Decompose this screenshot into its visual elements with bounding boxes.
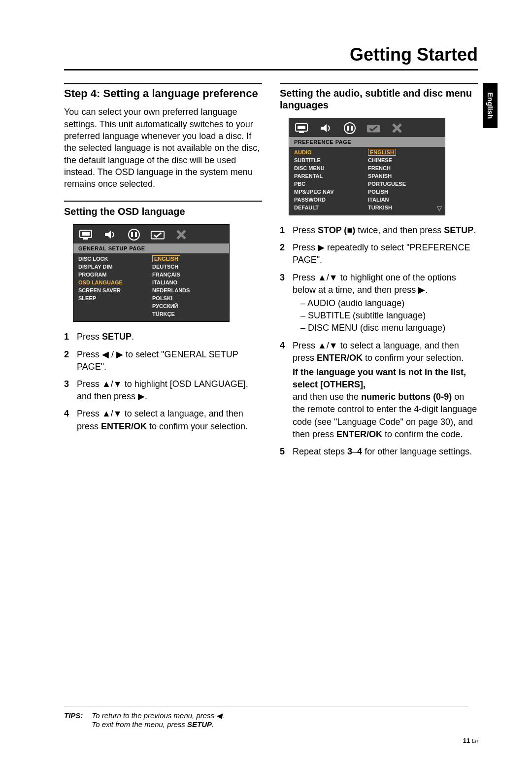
dolby-icon <box>127 229 141 241</box>
svg-point-8 <box>344 123 355 134</box>
tips-label: TIPS: <box>64 711 83 728</box>
menu-option: MP3/JPEG NAV <box>294 188 368 195</box>
menu-left-list: AUDIOSUBTITLEDISC MENUPARENTALPBCMP3/JPE… <box>294 149 368 211</box>
step-item: Press SETUP. <box>64 331 262 343</box>
preference-icon <box>366 122 381 134</box>
menu-option: OSD LANGUAGE <box>78 279 152 286</box>
menu-title: GENERAL SETUP PAGE <box>73 243 229 253</box>
osd-steps: Press SETUP. Press ◀ / ▶ to select "GENE… <box>64 331 262 432</box>
language-side-tab-label: English <box>486 92 495 119</box>
step-item: Press ▲/▼ to select a language, and then… <box>280 340 478 441</box>
step-item: Press STOP (■) twice, and then press SET… <box>280 224 478 237</box>
menu-option: ITALIAN <box>368 196 440 203</box>
menu-option: TÜRKÇE <box>152 311 224 317</box>
menu-option: PBC <box>294 180 368 187</box>
menu-option: DISPLAY DIM <box>78 263 152 270</box>
tips-body: To return to the previous menu, press ◀.… <box>92 711 224 728</box>
left-arrow-icon: ◀ <box>216 711 222 720</box>
preference-icon <box>150 229 165 241</box>
menu-option: PORTUGUESE <box>368 180 440 187</box>
menu-option: ENGLISH <box>152 255 180 262</box>
header-rule <box>64 69 478 70</box>
menu-option: SLEEP <box>78 295 152 302</box>
section-rule <box>64 201 262 202</box>
intro-paragraph: You can select your own preferred langua… <box>64 106 262 190</box>
speaker-icon <box>103 229 118 241</box>
close-icon <box>174 229 189 241</box>
up-down-arrow-icon: ▲/▼ <box>102 409 122 418</box>
stop-icon: ■ <box>347 225 352 235</box>
language-side-tab: English <box>483 83 498 128</box>
tips-footer: TIPS: To return to the previous menu, pr… <box>64 706 468 728</box>
step-item: Repeat steps 3–4 for other language sett… <box>280 446 478 458</box>
menu-option: PROGRAM <box>78 271 152 278</box>
page-header: Getting Started <box>64 44 478 69</box>
step-item: Press ▶ repeatedly to select "PREFERENCE… <box>280 242 478 266</box>
right-column: Setting the audio, subtitle and disc men… <box>280 83 478 463</box>
audio-steps: Press STOP (■) twice, and then press SET… <box>280 224 478 458</box>
menu-option: POLISH <box>368 188 440 195</box>
step4-heading: Step 4: Setting a language preference <box>64 87 262 100</box>
option-list-item: AUDIO (audio language) <box>300 297 478 310</box>
svg-rect-2 <box>83 238 88 240</box>
preference-menu-screenshot: PREFERENCE PAGE AUDIOSUBTITLEDISC MENUPA… <box>289 118 445 215</box>
osd-menu-screenshot: GENERAL SETUP PAGE DISC LOCKDISPLAY DIMP… <box>73 224 230 322</box>
menu-option: ENGLISH <box>368 149 396 156</box>
menu-option: DEFAULT <box>294 204 368 211</box>
menu-option: РУССКИЙ <box>152 303 224 310</box>
up-down-arrow-icon: ▲/▼ <box>102 379 122 389</box>
audio-subtitle-heading: Setting the audio, subtitle and disc men… <box>280 87 478 111</box>
menu-icon-row <box>289 118 445 137</box>
svg-rect-1 <box>82 232 90 236</box>
menu-option: PASSWORD <box>294 196 368 203</box>
svg-rect-6 <box>298 126 305 129</box>
others-note: If the language you want is not in the l… <box>293 366 478 441</box>
menu-option: FRANÇAIS <box>152 271 224 278</box>
menu-option: SUBTITLE <box>294 157 368 164</box>
up-down-arrow-icon: ▲/▼ <box>318 341 338 350</box>
menu-option: DEUTSCH <box>152 263 224 270</box>
menu-option: SCREEN SAVER <box>78 287 152 294</box>
menu-icon-row <box>73 225 229 243</box>
step-item: Press ◀ / ▶ to select "GENERAL SETUP PAG… <box>64 348 262 373</box>
menu-option: PARENTAL <box>294 173 368 179</box>
up-down-arrow-icon: ▲/▼ <box>318 273 338 282</box>
menu-option: TURKISH <box>368 204 440 211</box>
right-arrow-icon: ▶ <box>418 285 425 295</box>
step-item: Press ▲/▼ to highlight [OSD LANGUAGE], a… <box>64 378 262 403</box>
close-icon <box>390 122 404 134</box>
scroll-down-arrow-icon: ▽ <box>437 205 442 212</box>
menu-option: ITALIANO <box>152 279 224 286</box>
svg-rect-7 <box>299 132 304 133</box>
menu-right-list: ENGLISHCHINESEFRENCHSPANISHPORTUGUESEPOL… <box>368 149 440 211</box>
right-arrow-icon: ▶ <box>138 391 145 401</box>
monitor-icon <box>295 122 310 134</box>
page-number: 11 En <box>463 737 478 744</box>
menu-title: PREFERENCE PAGE <box>289 137 445 147</box>
speaker-icon <box>319 122 333 134</box>
menu-option: POLSKI <box>152 295 224 302</box>
right-arrow-icon: ▶ <box>318 243 325 252</box>
left-column: Step 4: Setting a language preference Yo… <box>64 83 262 463</box>
step-item: Press ▲/▼ to highlight one of the option… <box>280 272 478 335</box>
monitor-icon <box>79 229 94 241</box>
menu-left-list: DISC LOCKDISPLAY DIMPROGRAMOSD LANGUAGES… <box>78 255 152 317</box>
option-list: AUDIO (audio language)SUBTITLE (subtitle… <box>300 297 478 335</box>
menu-option: SPANISH <box>368 173 440 179</box>
step-item: Press ▲/▼ to select a language, and then… <box>64 408 262 432</box>
option-list-item: SUBTITLE (subtitle language) <box>300 310 478 322</box>
menu-right-list: ENGLISHDEUTSCHFRANÇAISITALIANONEDERLANDS… <box>152 255 224 317</box>
menu-option: DISC LOCK <box>78 255 152 262</box>
dolby-icon <box>342 122 357 134</box>
option-list-item: DISC MENU (disc menu language) <box>300 322 478 334</box>
menu-option: DISC MENU <box>294 165 368 172</box>
section-rule <box>280 83 478 84</box>
menu-option: CHINESE <box>368 157 440 164</box>
svg-point-3 <box>129 229 139 240</box>
osd-heading: Setting the OSD language <box>64 206 262 217</box>
menu-option: FRENCH <box>368 165 440 172</box>
menu-option: AUDIO <box>294 149 368 156</box>
section-rule <box>64 83 262 84</box>
menu-option: NEDERLANDS <box>152 287 224 294</box>
left-right-arrow-icon: ◀ / ▶ <box>102 349 123 359</box>
